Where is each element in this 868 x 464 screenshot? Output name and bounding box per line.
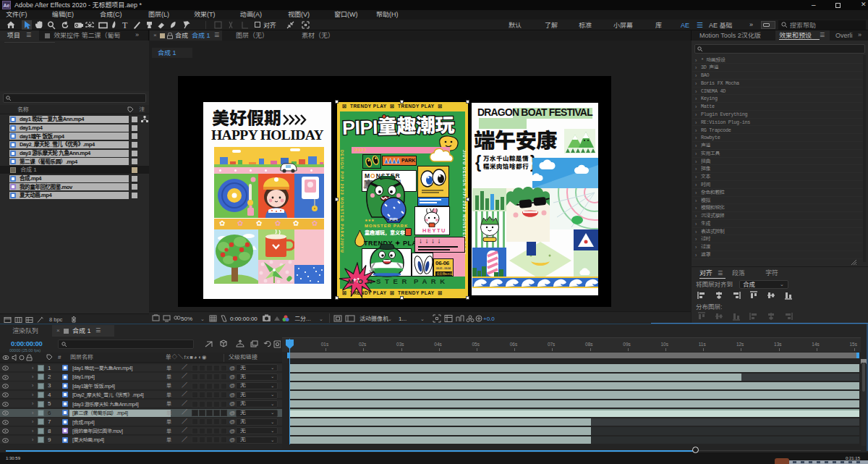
svg-text:T: T [122,20,128,30]
svg-text:PIPI: PIPI [389,217,398,222]
